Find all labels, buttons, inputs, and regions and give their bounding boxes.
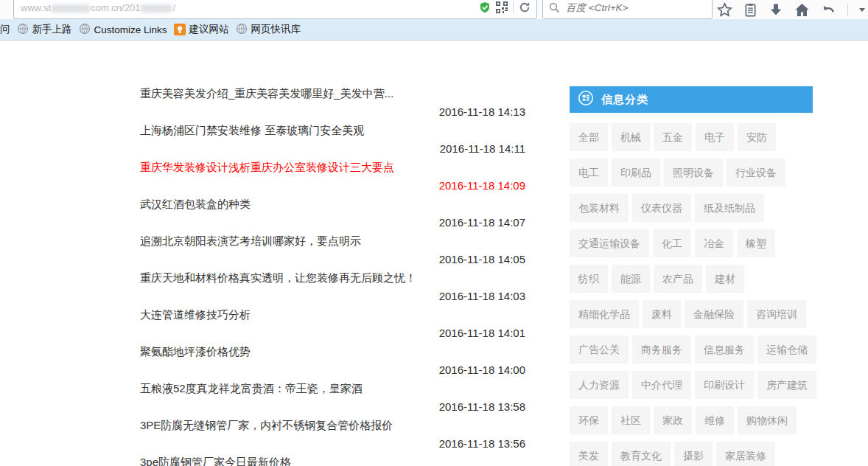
bookmark-label: 建议网站 xyxy=(189,23,229,36)
category-row: 环保社区家政维修购物休闲 xyxy=(570,406,813,434)
category-button[interactable]: 交通运输设备 xyxy=(570,229,649,257)
category-button[interactable]: 维修 xyxy=(696,406,734,434)
category-button[interactable]: 商务服务 xyxy=(632,335,691,364)
category-row: 纺织能源农产品建材 xyxy=(570,265,813,293)
qr-code-icon[interactable] xyxy=(496,1,508,13)
category-button[interactable]: 家居装修 xyxy=(716,442,775,466)
article-title-link[interactable]: 大连管道维修技巧分析 xyxy=(140,305,525,324)
lightbulb-icon xyxy=(174,24,186,35)
category-button[interactable]: 咨询培训 xyxy=(747,300,806,328)
article-title-link[interactable]: 五粮液52度真龙祥龙富贵酒：帝王瓷，皇家酒 xyxy=(140,379,525,397)
article-title-link[interactable]: 3PE防腐无缝钢管厂家，内衬不锈钢复合管价格报价 xyxy=(140,416,525,434)
category-button[interactable]: 橡塑 xyxy=(737,229,775,257)
category-button[interactable]: 购物休闲 xyxy=(738,406,797,434)
category-button[interactable]: 安防 xyxy=(738,123,776,151)
article-timestamp: 2016-11-18 14:07 xyxy=(140,213,525,232)
article-title-link[interactable]: 重庆美容美发介绍_重庆美容美发哪里好_美发中营... xyxy=(140,84,525,102)
globe-icon xyxy=(236,23,248,37)
article-title-link[interactable]: 3pe防腐钢管厂家今日最新价格 xyxy=(140,453,525,466)
category-button[interactable]: 环保 xyxy=(570,406,608,434)
address-bar[interactable]: www.stcom.cn/201/ xyxy=(13,0,537,19)
category-button[interactable]: 全部 xyxy=(570,123,608,151)
article-title-link[interactable]: 上海杨浦区门禁安装维修 至泰玻璃门安全美观 xyxy=(140,121,525,139)
article-item: 3PE防腐无缝钢管厂家，内衬不锈钢复合管价格报价 2016-11-18 13:5… xyxy=(140,416,525,453)
bookmark-item[interactable]: 新手上路 xyxy=(17,23,72,37)
article-title-link[interactable]: 重庆天地和材料价格真实透明，让您装修再无后顾之忧！ xyxy=(140,268,525,287)
category-button[interactable]: 包装材料 xyxy=(570,194,629,222)
category-button[interactable]: 精细化学品 xyxy=(570,300,639,328)
category-button[interactable]: 印刷品 xyxy=(612,159,660,187)
globe-icon xyxy=(17,23,29,37)
category-button[interactable]: 废料 xyxy=(643,300,681,328)
category-row: 广告公关商务服务信息服务运输仓储 xyxy=(570,335,813,364)
category-panel-title: 信息分类 xyxy=(601,93,648,107)
category-button[interactable]: 纸及纸制品 xyxy=(695,194,764,222)
undo-icon[interactable] xyxy=(821,3,836,17)
category-button[interactable]: 能源 xyxy=(612,265,650,293)
home-icon[interactable] xyxy=(794,2,810,18)
bookmarks-bar: 问 新手上路 Customize Links 建议网站 网页快讯库 xyxy=(0,19,868,41)
category-button[interactable]: 化工 xyxy=(653,229,691,257)
url-text: www.stcom.cn/201/ xyxy=(21,2,175,13)
category-row: 精细化学品废料金融保险咨询培训 xyxy=(570,300,813,328)
category-button[interactable]: 农产品 xyxy=(654,265,702,293)
security-shield-icon[interactable] xyxy=(479,1,491,13)
bookmark-item[interactable]: 问 xyxy=(0,23,10,36)
reload-icon[interactable] xyxy=(519,1,531,13)
category-button[interactable]: 美发 xyxy=(570,442,608,466)
category-button[interactable]: 印刷设计 xyxy=(695,371,754,399)
article-timestamp: 2016-11-18 14:13 xyxy=(140,102,525,121)
article-title-link[interactable]: 重庆华发装修设计浅析重庆办公室装修设计三大要点 xyxy=(140,158,525,176)
article-title-link[interactable]: 武汉红酒包装盒的种类 xyxy=(140,195,525,213)
category-row: 人力资源中介代理印刷设计房产建筑 xyxy=(570,371,813,399)
category-button[interactable]: 社区 xyxy=(612,406,650,434)
article-timestamp: 2016-11-18 13:56 xyxy=(140,434,525,453)
bookmark-item[interactable]: Customize Links xyxy=(79,23,167,37)
bookmark-label: 问 xyxy=(0,23,10,36)
category-button[interactable]: 人力资源 xyxy=(570,371,629,399)
category-button[interactable]: 摄影 xyxy=(674,442,713,466)
clipboard-icon[interactable] xyxy=(743,2,757,18)
article-title-link[interactable]: 聚氨酯地坪漆价格优势 xyxy=(140,342,525,361)
category-button[interactable]: 冶金 xyxy=(695,229,733,257)
globe-icon xyxy=(79,23,91,37)
bookmark-item[interactable]: 网页快讯库 xyxy=(236,23,301,37)
category-button[interactable]: 行业设备 xyxy=(727,159,785,187)
category-row: 全部机械五金电子安防 xyxy=(570,123,813,151)
category-button[interactable]: 建材 xyxy=(706,265,744,293)
category-button[interactable]: 信息服务 xyxy=(695,335,754,364)
download-icon[interactable] xyxy=(769,2,783,17)
category-button[interactable]: 照明设备 xyxy=(664,159,723,187)
article-list: 重庆美容美发介绍_重庆美容美发哪里好_美发中营... 2016-11-18 14… xyxy=(140,84,525,466)
bookmark-label: Customize Links xyxy=(94,24,167,35)
category-button[interactable]: 五金 xyxy=(654,123,692,151)
category-button[interactable]: 金融保险 xyxy=(685,300,743,328)
toolbar-separator xyxy=(513,1,514,13)
search-input[interactable]: 百度 <Ctrl+K> xyxy=(542,0,713,19)
category-button[interactable]: 房产建筑 xyxy=(757,371,816,399)
article-timestamp: 2016-11-18 14:03 xyxy=(140,287,525,305)
star-icon[interactable] xyxy=(717,2,732,18)
category-row: 交通运输设备化工冶金橡塑 xyxy=(570,229,813,257)
category-rows: 全部机械五金电子安防电工印刷品照明设备行业设备包装材料仪表仪器纸及纸制品交通运输… xyxy=(570,123,813,466)
category-button[interactable]: 电子 xyxy=(696,123,734,151)
category-button[interactable]: 家政 xyxy=(654,406,692,434)
category-panel-header: 信息分类 xyxy=(570,86,813,113)
article-title-link[interactable]: 追溯北京朝阳表演艺考培训哪家好，要点明示 xyxy=(140,232,525,250)
article-timestamp: 2016-11-18 14:09 xyxy=(140,176,525,195)
category-button[interactable]: 教育文化 xyxy=(612,442,671,466)
category-panel: 信息分类 全部机械五金电子安防电工印刷品照明设备行业设备包装材料仪表仪器纸及纸制… xyxy=(570,86,813,466)
bookmark-label: 新手上路 xyxy=(32,23,72,36)
bookmark-item[interactable]: 建议网站 xyxy=(174,23,229,36)
category-button[interactable]: 仪表仪器 xyxy=(632,194,691,222)
article-timestamp: 2016-11-18 14:01 xyxy=(140,324,525,342)
dropdown-caret-icon[interactable] xyxy=(859,8,865,12)
category-button[interactable]: 电工 xyxy=(570,159,608,187)
article-item: 五粮液52度真龙祥龙富贵酒：帝王瓷，皇家酒 2016-11-18 13:58 xyxy=(140,379,525,416)
category-button[interactable]: 运输仓储 xyxy=(757,335,816,364)
category-button[interactable]: 广告公关 xyxy=(570,335,629,364)
category-button[interactable]: 中介代理 xyxy=(632,371,691,399)
article-item: 重庆美容美发介绍_重庆美容美发哪里好_美发中营... 2016-11-18 14… xyxy=(140,84,525,121)
category-button[interactable]: 机械 xyxy=(612,123,650,151)
category-button[interactable]: 纺织 xyxy=(570,265,608,293)
